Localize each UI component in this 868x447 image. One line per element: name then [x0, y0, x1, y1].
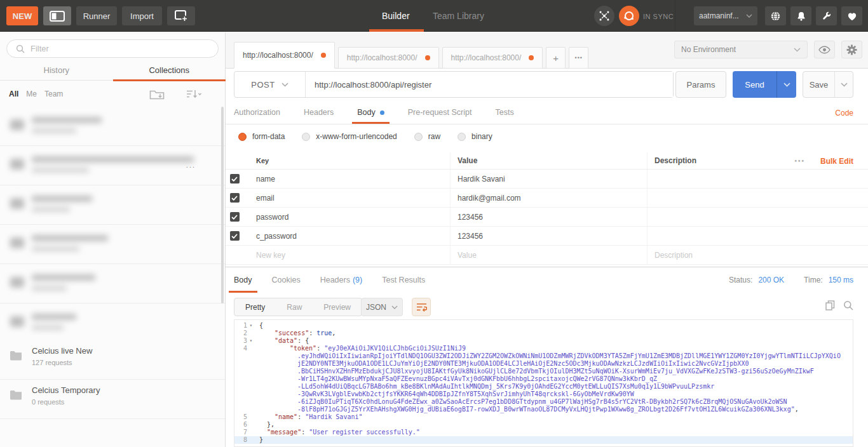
builder-tab-body[interactable]: Body — [357, 101, 384, 124]
method-select[interactable]: POST — [234, 72, 306, 97]
tab-builder[interactable]: Builder — [382, 0, 410, 32]
capture-window-button[interactable] — [167, 6, 195, 25]
request-tab[interactable]: http://localhost:8000/ — [442, 47, 543, 69]
sync-button[interactable] — [619, 6, 639, 26]
response-tab-body[interactable]: Body — [234, 267, 252, 293]
cell-key[interactable]: email — [243, 194, 450, 203]
chevron-down-icon — [746, 14, 752, 18]
cell-value[interactable]: Hardik Savani — [450, 170, 647, 188]
tab-history[interactable]: History — [0, 63, 113, 80]
line-number: 4 — [234, 345, 247, 352]
row-checkbox[interactable] — [230, 212, 240, 222]
cell-description[interactable] — [647, 189, 868, 207]
row-checkbox[interactable] — [230, 193, 240, 203]
collection-item-blurred[interactable]: ... — [0, 146, 225, 185]
cell-value[interactable]: hardik@gmail.com — [450, 189, 647, 207]
table-more-button[interactable]: ••• — [794, 157, 805, 164]
notifications-button[interactable] — [790, 6, 811, 25]
scope-me[interactable]: Me — [26, 90, 37, 98]
browse-button[interactable] — [765, 6, 786, 25]
body-type-form-data[interactable]: form-data — [238, 132, 285, 141]
settings-button[interactable] — [816, 6, 837, 25]
request-tab[interactable]: http://localhost:8000/ — [234, 42, 335, 69]
cell-key[interactable]: name — [243, 175, 450, 183]
url-input[interactable] — [306, 72, 673, 97]
collection-item[interactable]: Celcius Temporary0 requests — [0, 380, 225, 419]
new-tab-button[interactable]: + — [546, 47, 566, 69]
account-dropdown[interactable]: aatmaninf... — [694, 6, 757, 25]
send-options-button[interactable] — [776, 71, 796, 98]
row-checkbox[interactable] — [230, 231, 240, 241]
cell-value[interactable]: 123456 — [450, 208, 647, 226]
builder-tab-headers[interactable]: Headers — [304, 101, 334, 124]
tab-team-library[interactable]: Team Library — [433, 0, 484, 32]
send-button[interactable]: Send — [733, 71, 796, 98]
request-tab-url: http://localhost:8000/ — [243, 51, 313, 60]
cell-value[interactable]: 123456 — [450, 227, 647, 245]
copy-response-button[interactable] — [825, 300, 835, 310]
params-button[interactable]: Params — [675, 71, 726, 98]
fold-arrow-icon[interactable]: ▾ — [247, 337, 255, 345]
response-tab-test-results[interactable]: Test Results — [382, 267, 425, 293]
environment-quicklook-button[interactable] — [814, 41, 835, 58]
view-mode-pretty[interactable]: Pretty — [234, 298, 276, 316]
chevron-down-icon — [841, 83, 848, 87]
row-checkbox[interactable] — [230, 174, 240, 183]
code-link[interactable]: Code — [835, 109, 853, 117]
filter-input[interactable] — [31, 44, 202, 53]
token: -8lF8pH71oGJGjZ5YrXEhAHshgXWG0Hjg_dUBiaE… — [297, 406, 795, 413]
wrap-text-button[interactable] — [412, 298, 431, 316]
sidebar-toggle-button[interactable] — [43, 6, 71, 25]
collection-item-blurred[interactable] — [0, 264, 225, 304]
sort-icon[interactable] — [186, 90, 201, 98]
bulk-edit-link[interactable]: Bulk Edit — [820, 157, 853, 166]
fold-arrow-icon[interactable]: ▾ — [247, 322, 255, 330]
runner-button[interactable]: Runner — [76, 6, 117, 25]
save-button[interactable]: Save — [803, 71, 853, 98]
sidebar-scrollbar[interactable] — [221, 107, 224, 304]
new-folder-icon[interactable] — [149, 88, 165, 100]
collection-item-blurred[interactable] — [0, 225, 225, 264]
new-button[interactable]: NEW — [6, 6, 38, 25]
response-body-viewer[interactable]: 1▾{2"success": true,3▾"data": {4"token":… — [234, 319, 853, 447]
collection-item-blurred[interactable] — [0, 107, 225, 146]
view-mode-raw[interactable]: Raw — [276, 298, 313, 316]
collection-item-blurred[interactable] — [0, 185, 225, 225]
builder-tab-pre-request-script[interactable]: Pre-request Script — [408, 101, 472, 124]
response-tab-cookies[interactable]: Cookies — [272, 267, 301, 293]
cell-description[interactable] — [647, 227, 868, 245]
builder-tab-authorization[interactable]: Authorization — [234, 101, 280, 124]
format-select[interactable]: JSON — [361, 298, 403, 316]
fold-spacer — [247, 429, 255, 436]
save-options-button[interactable] — [834, 72, 853, 97]
collection-item[interactable]: Celcius live New127 requests — [0, 340, 225, 380]
builder-tab-tests[interactable]: Tests — [495, 101, 513, 124]
favorites-button[interactable] — [841, 6, 862, 25]
fold-spacer — [247, 421, 255, 429]
response-tab-headers[interactable]: Headers(9) — [320, 267, 363, 293]
cell-key-placeholder[interactable]: New key — [243, 251, 450, 260]
cell-description[interactable] — [647, 208, 868, 226]
cell-key[interactable]: c_password — [243, 232, 450, 241]
search-response-button[interactable] — [843, 300, 853, 310]
collection-item-more[interactable]: ... — [186, 161, 196, 169]
view-mode-preview[interactable]: Preview — [313, 298, 362, 316]
scope-team[interactable]: Team — [44, 90, 63, 98]
scope-all[interactable]: All — [9, 90, 18, 98]
collection-item-blurred[interactable] — [0, 304, 225, 343]
tab-options-button[interactable]: ••• — [569, 47, 588, 69]
request-tab[interactable]: http://localhost:8000/ — [338, 47, 439, 69]
body-type-raw[interactable]: raw — [414, 132, 440, 141]
gutter: 2 — [234, 330, 255, 337]
import-button[interactable]: Import — [122, 6, 162, 25]
tab-collections[interactable]: Collections — [113, 63, 226, 80]
interceptor-button[interactable] — [594, 6, 614, 26]
cell-description[interactable] — [647, 170, 868, 188]
cell-value-placeholder[interactable]: Value — [450, 246, 647, 264]
body-type-binary[interactable]: binary — [458, 132, 492, 141]
body-type-x-www-form-urlencoded[interactable]: x-www-form-urlencoded — [302, 132, 397, 141]
cell-description-placeholder[interactable]: Description — [647, 246, 868, 264]
environment-settings-button[interactable] — [841, 41, 862, 58]
environment-select[interactable]: No Environment — [674, 41, 808, 58]
cell-key[interactable]: password — [243, 213, 450, 222]
